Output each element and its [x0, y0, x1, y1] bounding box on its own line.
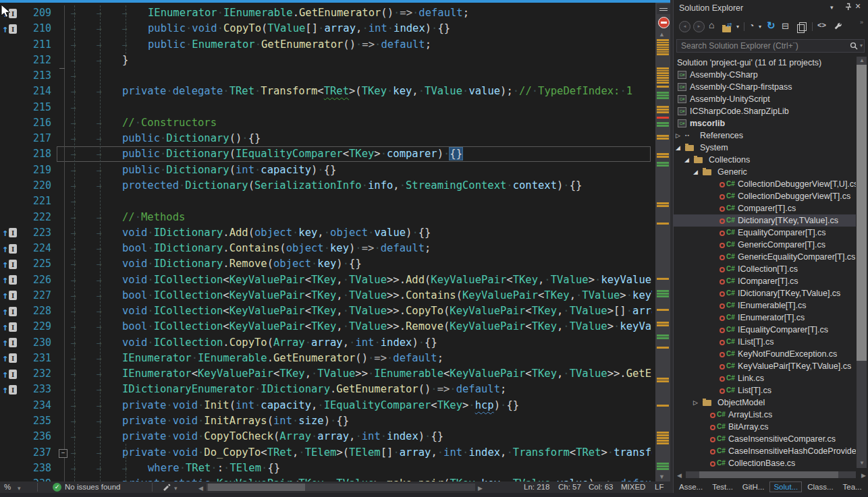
tree-scroll-up-icon[interactable]: ▲ — [859, 57, 865, 63]
search-dropdown-icon[interactable]: ▾ — [860, 42, 863, 49]
tree-item-idictionary-tkey-tvalue-cs[interactable]: C#IDictionary[TKey,TValue].cs — [674, 287, 856, 299]
tree-item-genericcomparer-t-cs[interactable]: C#GenericComparer[T].cs — [674, 239, 856, 251]
switch-views-dropdown-icon[interactable]: ▾ — [736, 24, 739, 30]
hscroll-left-icon[interactable]: ◀ — [198, 484, 203, 494]
code-line-236[interactable]: 236→→private·void·CopyToCheck(Array·arra… — [0, 429, 652, 444]
char-indicator[interactable]: Ch: 57 — [558, 482, 581, 492]
code-line-215[interactable]: 215→ — [0, 100, 652, 115]
code-line-237[interactable]: 237→→private·void·Do_CopyTo<TRet,·TElem>… — [0, 445, 652, 461]
pending-changes-filter-icon[interactable]: ◔ — [749, 21, 754, 30]
close-icon[interactable]: × — [855, 1, 861, 11]
window-position-dropdown-icon[interactable]: ▾ — [830, 4, 834, 11]
tree-item-icomparer-t-cs[interactable]: C#IComparer[T].cs — [674, 275, 856, 287]
code-line-212[interactable]: 212→→} — [0, 53, 652, 68]
collapsed-arrow-icon[interactable]: ▷ — [676, 129, 680, 142]
code-line-213[interactable]: 213→ — [0, 68, 652, 84]
tree-item-collectionbase-cs[interactable]: C#CollectionBase.cs — [674, 457, 856, 469]
view-code-icon[interactable]: <> — [817, 21, 826, 29]
editor-hscrollbar-thumb[interactable] — [208, 484, 305, 491]
solution-tree[interactable]: Solution 'project-gui' (11 of 11 project… — [674, 57, 856, 469]
tree-item-caseinsensitivehashcodeprovider-cs[interactable]: C#CaseInsensitiveHashCodeProvider.cs — [674, 445, 856, 457]
column-indicator[interactable]: Col: 63 — [589, 482, 613, 492]
tree-item-genericequalitycomparer-t-cs[interactable]: C#GenericEqualityComparer[T].cs — [674, 251, 856, 263]
tree-item-ienumerable-t-cs[interactable]: C#IEnumerable[T].cs — [674, 299, 856, 312]
editor-vertical-scrollbar[interactable]: ▲ ▼ — [655, 3, 672, 493]
refresh-icon[interactable]: ↻ — [767, 20, 776, 32]
tree-item-objectmodel[interactable]: ▷ObjectModel — [674, 397, 856, 409]
scroll-up-arrow-icon[interactable]: ▲ — [659, 31, 665, 38]
issues-status[interactable]: No issues found — [65, 482, 120, 492]
tree-item-references[interactable]: ▷▪▪References — [674, 129, 856, 142]
editor-splitter-handle[interactable] — [657, 4, 670, 14]
code-line-220[interactable]: 220→→protected·Dictionary(SerializationI… — [0, 178, 652, 194]
encoding-indicator[interactable]: MIXED — [621, 482, 645, 492]
code-line-238[interactable]: 238→→→where·TRet·:·TElem·{} — [0, 461, 652, 476]
implements-interface-icon[interactable]: ↑I — [2, 227, 17, 239]
tree-item-generic[interactable]: ◢Generic — [674, 166, 856, 178]
implements-interface-icon[interactable]: ↑I — [2, 305, 17, 318]
tree-item-ienumerator-t-cs[interactable]: C#IEnumerator[T].cs — [674, 312, 856, 324]
tree-item-list-t-cs[interactable]: C#List[T].cs — [674, 384, 856, 397]
implements-interface-icon[interactable]: ↑I — [2, 320, 17, 333]
implements-interface-icon[interactable]: ↑I — [2, 242, 17, 255]
scroll-down-arrow-icon[interactable]: ▼ — [659, 473, 665, 480]
code-line-217[interactable]: 217→→public·Dictionary()·{} — [0, 131, 652, 146]
code-line-233[interactable]: ↑I233→→IDictionaryEnumerator·IDictionary… — [0, 382, 652, 397]
code-line-225[interactable]: ↑I225→→void·IDictionary.Remove(object·ke… — [0, 256, 652, 272]
tree-item-equalitycomparer-t-cs[interactable]: C#EqualityComparer[T].cs — [674, 227, 856, 239]
tree-item-iequalitycomparer-t-cs[interactable]: C#IEqualityComparer[T].cs — [674, 324, 856, 336]
tree-item-mscorlib[interactable]: C#mscorlib — [674, 117, 856, 129]
filter-dropdown-icon[interactable]: ▾ — [759, 24, 761, 30]
tree-item-icollection-t-cs[interactable]: C#ICollection[T].cs — [674, 263, 856, 275]
implements-interface-icon[interactable]: ↑I — [2, 383, 17, 396]
code-line-231[interactable]: ↑I231→→IEnumerator·IEnumerable.GetEnumer… — [0, 351, 652, 366]
tool-window-tab-tea[interactable]: Tea... — [839, 481, 866, 492]
implements-interface-icon[interactable]: ↑I — [2, 337, 17, 349]
tree-item-collectiondebuggerview-t-u-cs[interactable]: C#CollectionDebuggerView[T,U].cs — [674, 178, 856, 190]
zoom-dropdown-icon[interactable]: ▾ — [18, 484, 21, 494]
code-line-221[interactable]: 221→ — [0, 194, 652, 209]
code-line-224[interactable]: ↑I224→→bool·IDictionary.Contains(object·… — [0, 241, 652, 256]
code-line-219[interactable]: 219→→public·Dictionary(int·capacity)·{} — [0, 163, 652, 178]
code-line-216[interactable]: 216→→//·Constructors — [0, 115, 652, 131]
tree-item-assembly-csharp[interactable]: C#Assembly-CSharp — [674, 69, 856, 81]
tree-item-arraylist-cs[interactable]: C#ArrayList.cs — [674, 409, 856, 421]
forward-icon[interactable]: ► — [693, 21, 705, 32]
tree-item-comparer-t-cs[interactable]: C#Comparer[T].cs — [674, 202, 856, 214]
code-line-222[interactable]: 222→→//·Methods — [0, 210, 652, 225]
code-lines-area[interactable]: ↑I209→→→IEnumerator·IEnumerable.GetEnume… — [0, 0, 652, 481]
code-line-218[interactable]: 218→→public·Dictionary(IEqualityComparer… — [0, 146, 652, 162]
implements-interface-icon[interactable]: ↑I — [2, 22, 17, 35]
tree-item-collectiondebuggerview-t-cs[interactable]: C#CollectionDebuggerView[T].cs — [674, 190, 856, 202]
code-line-234[interactable]: 234→→private·void·Init(int·capacity,·IEq… — [0, 398, 652, 413]
tree-scroll-down-icon[interactable]: ▼ — [859, 460, 865, 466]
tree-item-keyvaluepair-tkey-tvalue-cs[interactable]: C#KeyValuePair[TKey,TValue].cs — [674, 360, 856, 372]
home-icon[interactable]: ⌂ — [709, 20, 714, 30]
code-line-209[interactable]: ↑I209→→→IEnumerator·IEnumerable.GetEnume… — [0, 5, 652, 21]
code-line-214[interactable]: 214→→private·delegate·TRet·Transform<TRe… — [0, 84, 652, 99]
implements-interface-icon[interactable]: ↑I — [2, 368, 17, 380]
implements-interface-icon[interactable]: ↑I — [2, 289, 17, 302]
code-line-210[interactable]: ↑I210→→→public·void·CopyTo(TValue[]·arra… — [0, 21, 652, 36]
code-line-226[interactable]: ↑I226→→void·ICollection<KeyValuePair<TKe… — [0, 272, 652, 288]
tree-item-system[interactable]: ◢System — [674, 142, 856, 154]
properties-wrench-icon[interactable] — [833, 22, 842, 31]
code-line-227[interactable]: ↑I227→→bool·ICollection<KeyValuePair<TKe… — [0, 288, 652, 303]
code-line-235[interactable]: 235→→private·void·InitArrays(int·size)·{… — [0, 413, 652, 429]
tool-window-tab-asse[interactable]: Asse... — [675, 481, 707, 492]
fold-collapse-icon[interactable]: − — [59, 449, 67, 458]
tree-item-icsharpcode-sharpziplib[interactable]: C#ICSharpCode.SharpZipLib — [674, 105, 856, 117]
implements-interface-icon[interactable]: ↑I — [2, 274, 17, 287]
tree-item-solution-project-gui-11-of-11-projects[interactable]: Solution 'project-gui' (11 of 11 project… — [674, 57, 856, 69]
tree-item-collections[interactable]: ◢Collections — [674, 154, 856, 166]
tool-window-tab-gith[interactable]: GitH... — [738, 481, 769, 492]
sync-with-active-document-icon[interactable] — [797, 24, 805, 36]
zoom-control[interactable]: % — [4, 482, 11, 492]
code-editor-pane[interactable]: ↑I209→→→IEnumerator·IEnumerable.GetEnume… — [0, 0, 670, 497]
code-line-229[interactable]: ↑I229→→bool·ICollection<KeyValuePair<TKe… — [0, 319, 652, 334]
collapse-all-icon[interactable]: ⊟ — [782, 21, 789, 31]
tree-scroll-left-icon[interactable]: ◀ — [677, 472, 682, 479]
tree-scroll-right-icon[interactable]: ▶ — [861, 472, 866, 479]
code-cleanup-icon[interactable] — [162, 481, 171, 491]
eol-indicator[interactable]: LF — [655, 482, 663, 492]
